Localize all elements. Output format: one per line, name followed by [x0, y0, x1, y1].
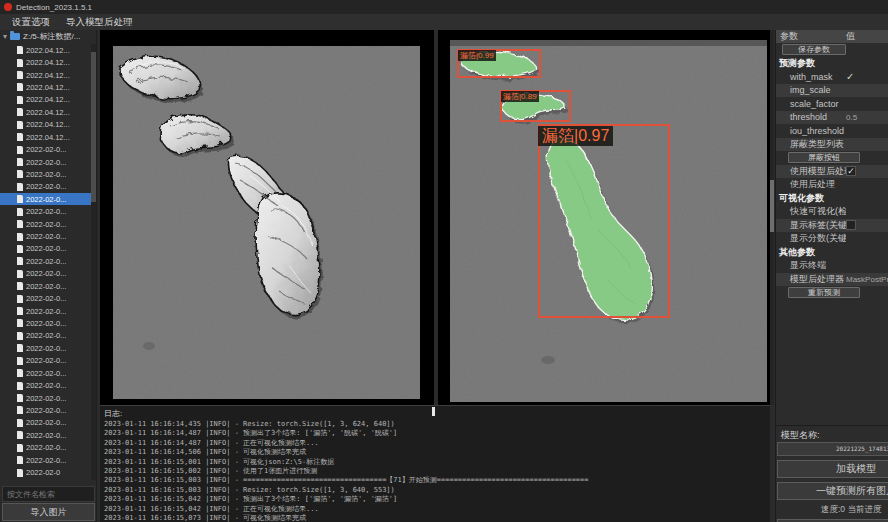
- model-name-label: 模型名称:: [776, 429, 888, 442]
- file-icon: [17, 133, 23, 141]
- file-icon: [17, 357, 23, 365]
- tree-item[interactable]: 2022-02-0...: [0, 454, 91, 466]
- file-list: 2022.04.12...2022.04.12...2022.04.12...2…: [0, 44, 91, 480]
- file-icon: [17, 220, 23, 228]
- tree-item[interactable]: 2022.04.12...: [0, 69, 91, 81]
- menu-item-1[interactable]: 导入模型后处理: [58, 14, 141, 31]
- file-icon: [17, 307, 23, 315]
- tree-item[interactable]: 2022-02-0...: [0, 230, 91, 242]
- tree-item-label: 2022-02-0...: [26, 443, 66, 452]
- tree-item-label: 2022-02-0...: [26, 182, 66, 191]
- tree-item-label: 2022-02-0...: [26, 418, 66, 427]
- tree-item[interactable]: 2022.04.12...: [0, 81, 91, 93]
- model-name-combobox[interactable]: 20221225_174813: [777, 442, 888, 456]
- log-line: 2023-01-11 16:16:15,003 |INFO| - Resize:…: [104, 486, 766, 495]
- file-icon: [17, 96, 23, 104]
- param-row: 保存参数: [776, 43, 888, 57]
- chevron-down-icon[interactable]: ▾: [3, 33, 7, 41]
- prediction-image-viewer[interactable]: 漏箔|0.99 漏箔|0.89 漏箔|0.97: [438, 30, 770, 405]
- param-name: with_mask: [776, 72, 846, 82]
- tree-item[interactable]: 2022-02-0...: [0, 317, 91, 329]
- tree-item[interactable]: 2022-02-0...: [0, 268, 91, 280]
- tree-item[interactable]: 2022-02-0...: [0, 143, 91, 155]
- splitter-grip[interactable]: [432, 407, 435, 416]
- checkbox[interactable]: [846, 220, 856, 230]
- tree-item-label: 2022-02-0...: [26, 282, 66, 291]
- tree-item[interactable]: 2022.04.12...: [0, 131, 91, 143]
- tree-item[interactable]: 2022-02-0...: [0, 417, 91, 429]
- tree-item[interactable]: 2022-02-0...: [0, 205, 91, 217]
- tree-item[interactable]: 2022-02-0...: [0, 404, 91, 416]
- param-row: with_mask✓: [776, 70, 888, 84]
- tree-item[interactable]: 2022-02-0...: [0, 355, 91, 367]
- menu-bar: 设置选项导入模型后处理: [0, 14, 888, 30]
- file-icon: [17, 382, 23, 390]
- viewer-scrollbar-handle[interactable]: [770, 180, 774, 232]
- tree-item-label: 2022-02-0...: [26, 394, 66, 403]
- param-button[interactable]: 重新预测: [788, 287, 860, 298]
- param-value-text: 0.5: [846, 113, 857, 122]
- tree-scrollbar-handle[interactable]: [91, 52, 96, 202]
- file-icon: [17, 469, 23, 477]
- tree-item[interactable]: 2022.04.12...: [0, 119, 91, 131]
- log-line: 2023-01-11 16:16:15,001 |INFO| - 可视化json…: [104, 458, 766, 467]
- param-button[interactable]: 保存参数: [782, 44, 846, 55]
- checkbox[interactable]: ✓: [846, 166, 856, 176]
- tree-item[interactable]: 2022-02-0...: [0, 292, 91, 304]
- import-images-button[interactable]: 导入图片: [2, 503, 95, 521]
- tree-item[interactable]: 2022-02-0...: [0, 379, 91, 391]
- tree-item[interactable]: 2022-02-0...: [0, 367, 91, 379]
- tree-item[interactable]: 2022-02-0...: [0, 193, 91, 205]
- file-icon: [17, 406, 23, 414]
- param-header-name: 参数: [776, 30, 846, 43]
- file-icon: [17, 394, 23, 402]
- tree-item[interactable]: 2022-02-0...: [0, 168, 91, 180]
- progress-status: 速度:0 当前进度: [776, 504, 888, 516]
- tree-item[interactable]: 2022-02-0...: [0, 218, 91, 230]
- tree-item[interactable]: 2022.04.12...: [0, 44, 91, 56]
- tree-item[interactable]: 2022-02-0...: [0, 181, 91, 193]
- load-model-button[interactable]: 加载模型: [777, 460, 888, 478]
- tree-item[interactable]: 2022-02-0...: [0, 342, 91, 354]
- tree-item-label: 2022-02-0...: [26, 369, 66, 378]
- tree-item-label: 2022-02-0...: [26, 257, 66, 266]
- tree-item[interactable]: 2022-02-0...: [0, 305, 91, 317]
- tree-item[interactable]: 2022-02-0...: [0, 255, 91, 267]
- tree-item[interactable]: 2022-02-0...: [0, 392, 91, 404]
- predict-all-button[interactable]: 一键预测所有图片: [777, 482, 888, 500]
- tree-item[interactable]: 2022-02-0: [0, 466, 91, 478]
- search-input[interactable]: [2, 486, 95, 502]
- tree-item-label: 2022-02-0...: [26, 319, 66, 328]
- tree-item[interactable]: 2022.04.12...: [0, 56, 91, 68]
- param-section: 其他参数: [776, 246, 888, 260]
- viewer-scrollbar[interactable]: [770, 30, 774, 405]
- tree-item-label: 2022-02-0...: [26, 232, 66, 241]
- file-icon: [17, 71, 23, 79]
- param-name: img_scale: [776, 85, 846, 95]
- menu-item-0[interactable]: 设置选项: [4, 14, 58, 31]
- param-row: 快速可视化(检测): [776, 205, 888, 219]
- tree-scrollbar[interactable]: [91, 44, 96, 480]
- log-panel[interactable]: 日志: 2023-01-11 16:16:14,435 |INFO| - Res…: [100, 405, 770, 522]
- tree-root-folder[interactable]: ▾ Z:/5-标注数据/...: [0, 30, 96, 43]
- tree-item[interactable]: 2022-02-0...: [0, 429, 91, 441]
- source-image-viewer[interactable]: [100, 30, 434, 405]
- model-section: 模型名称: 20221225_174813 加载模型 一键预测所有图片 速度:0…: [776, 425, 888, 522]
- param-button[interactable]: 屏蔽按钮: [788, 152, 860, 163]
- param-name: 模型后处理器: [776, 273, 846, 286]
- tree-item[interactable]: 2022-02-0...: [0, 442, 91, 454]
- tree-item[interactable]: 2022-02-0...: [0, 280, 91, 292]
- log-line: 2023-01-11 16:16:15,042 |INFO| - 正在可视化预测…: [104, 505, 766, 514]
- tree-item[interactable]: 2022-02-0...: [0, 243, 91, 255]
- parameters-panel: 参数 值 保存参数预测参数with_mask✓img_scalescale_fa…: [775, 30, 888, 522]
- param-name: 显示终端: [776, 259, 846, 272]
- tree-item[interactable]: 2022.04.12...: [0, 106, 91, 118]
- file-icon: [17, 233, 23, 241]
- tree-item[interactable]: 2022-02-0...: [0, 330, 91, 342]
- tree-item[interactable]: 2022-02-0...: [0, 156, 91, 168]
- param-value: [846, 220, 856, 230]
- param-name: 显示分数(关键点): [776, 232, 846, 245]
- tree-item[interactable]: 2022.04.12...: [0, 94, 91, 106]
- tree-item-label: 2022.04.12...: [26, 71, 70, 80]
- param-value: MaskPostPro: [846, 275, 888, 284]
